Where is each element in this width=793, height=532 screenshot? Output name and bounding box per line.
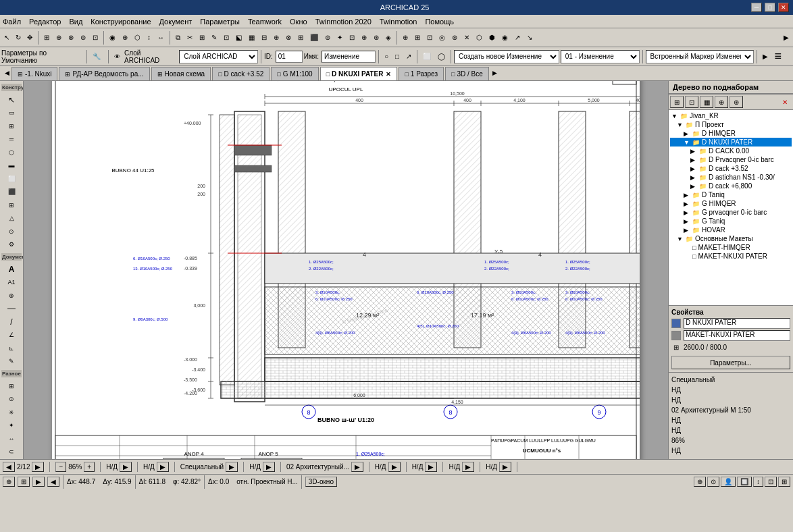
tree-toggle-gprvacqner[interactable]: ▶ [684,209,692,216]
lt-curtain-tool[interactable]: ✦ [2,420,21,432]
tab-nav-right[interactable]: ▶ [490,66,499,80]
sb-nd6-btn[interactable]: ▶ [462,462,474,472]
tree-toggle-proekt[interactable]: ▼ [677,122,685,128]
tool-btn-15[interactable]: ⊡ [221,30,232,45]
lt-railing-tool[interactable]: ⊂ [2,446,21,458]
shape-btn-box[interactable]: □ [392,49,402,64]
tree-toggle-ghimqer[interactable]: ▶ [684,201,692,207]
tool-btn-14[interactable]: ✎ [209,30,220,45]
tool-btn-19[interactable]: ⊕ [271,30,282,45]
params-icon-btn[interactable]: 🔧 [90,49,106,64]
sb-zoom-in[interactable]: + [84,462,95,472]
move-tool[interactable]: ✥ [24,30,35,45]
bt-tool-3[interactable]: ▶ [32,477,45,487]
tree-item-dcack352[interactable]: ▶ 📁 D cack +3.52 [670,164,792,173]
tool-btn-20[interactable]: ⊗ [283,30,294,45]
bt-rt-5[interactable]: ↕ [753,477,763,487]
bt-rt-4[interactable]: 🔲 [737,477,752,487]
tree-item-ghimqer[interactable]: ▶ 📁 G HIMQER [670,199,792,208]
lt-slab-tool[interactable]: ⊞ [2,199,21,211]
bt-tool-4[interactable]: ◀ [47,477,59,487]
tool-btn-25[interactable]: ⊡ [347,30,357,45]
menu-view[interactable]: Вид [69,18,82,26]
layer-dropdown[interactable]: Слой ARCHICAD [179,50,258,63]
marker-settings-btn[interactable]: ▶ [760,49,771,64]
tree-toggle-dprvacqner[interactable]: ▶ [690,157,698,163]
tree-item-dtaniq[interactable]: ▶ 📁 D Taniq [670,190,792,199]
bt-3d-btn[interactable]: 3D-окно [305,477,337,487]
lt-figure-tool[interactable]: ✎ [2,356,21,368]
sb-next-btn[interactable]: ▶ [32,462,44,472]
menu-file[interactable]: Файл [3,18,21,26]
tool-btn-3[interactable]: ⊗ [66,30,76,45]
tool-btn-7[interactable]: ⊕ [120,30,130,45]
layer-icon-btn[interactable]: 👁 [111,49,123,64]
tool-btn-12[interactable]: ✂ [184,30,195,45]
tree-item-dcack6800[interactable]: ▶ 📁 D cack +6,800 [670,182,792,190]
rp-btn-2[interactable]: ⊡ [685,96,698,108]
bt-tool-1[interactable]: ⊕ [3,477,15,487]
sb-nd2-btn[interactable]: ▶ [157,462,169,472]
tab-nkuxi[interactable]: ⊞ -1. Nkuxi [11,67,57,80]
rp-btn-1[interactable]: ⊞ [670,96,684,108]
bt-rt-7[interactable]: ⊞ [778,477,790,487]
lt-cursor-tool[interactable]: ↖ [2,94,21,106]
tree-toggle-dcack352[interactable]: ▶ [690,165,698,172]
lt-shell-tool[interactable]: ⊙ [2,225,21,238]
lt-polyline-tool[interactable]: / [2,316,21,328]
tool-btn-11[interactable]: ⧉ [173,30,183,45]
menu-design[interactable]: Конструирование [91,18,151,26]
lt-lamp-tool[interactable]: ⬛ [2,186,21,198]
tree-toggle-dcack6800[interactable]: ▶ [690,183,698,190]
lt-line-tool[interactable]: — [2,303,21,315]
tree-item-dprvacqner[interactable]: ▶ 📁 D Prvacqner 0-ic barc [670,155,792,164]
rect-btn[interactable]: ⬜ [420,49,434,64]
menu-edit[interactable]: Редактор [29,18,61,26]
snap-btn-1[interactable]: ⊕ [400,30,411,45]
sb-nd5-btn[interactable]: ▶ [425,462,437,472]
tool-btn-2[interactable]: ⊕ [53,30,64,45]
tree-item-hovar[interactable]: ▶ 📁 HOVAR [670,225,792,234]
bt-tool-2[interactable]: ⊞ [18,477,30,487]
right-tool-btn[interactable]: ▶ [781,30,792,45]
tree-toggle-dnkuxi[interactable]: ▼ [684,139,692,146]
tree-toggle-osnovnie[interactable]: ▼ [677,236,685,242]
snap-btn-10[interactable]: ↗ [512,30,523,45]
snap-btn-2[interactable]: ⊞ [412,30,423,45]
snap-btn-7[interactable]: ⬡ [474,30,485,45]
tree-item-jivan[interactable]: ▼ 📁 Jivan_KR [670,111,792,120]
bt-rt-6[interactable]: ⊡ [765,477,777,487]
tool-btn-18[interactable]: ⊟ [259,30,270,45]
tool-btn-8[interactable]: ⬡ [132,30,143,45]
tool-btn-26[interactable]: ⊕ [359,30,369,45]
tab-gm[interactable]: □ G M1:100 [271,67,318,80]
rp-btn-4[interactable]: ⊕ [715,96,728,108]
tab-dnkuxi[interactable]: □ D NKUXI PATER ✕ [320,67,398,80]
snap-btn-11[interactable]: ↘ [524,30,535,45]
tool-btn-23[interactable]: ⊜ [322,30,333,45]
sb-prev-btn[interactable]: ◀ [3,462,15,472]
sb-zoom-out[interactable]: − [55,462,66,472]
id-input[interactable] [276,51,303,63]
bt-rt-2[interactable]: ⊙ [707,477,719,487]
sb-nd1-btn[interactable]: ▶ [120,462,132,472]
name-input[interactable] [322,51,376,63]
tab-nav-left[interactable]: ◀ [3,66,11,80]
menu-teamwork[interactable]: Teamwork [248,18,282,26]
lt-arc-tool[interactable]: ∠ [2,329,21,342]
menu-document[interactable]: Документ [159,18,193,26]
lt-label-tool[interactable]: A1 [2,277,21,289]
lt-fill-tool[interactable]: ⊾ [2,342,21,354]
tab-close-dnkuxi[interactable]: ✕ [386,71,391,78]
tab-vedomost[interactable]: ⊞ РД-АР Ведомость ра... [59,67,149,80]
rp-btn-5[interactable]: ⊛ [730,96,743,108]
canvas-wrapper[interactable]: 16 PАПUPGPACUM LUULLPP LULUUPG GULGMU UC… [24,81,668,459]
tree-item-maket-nkuxi[interactable]: ▶ □ MAKET-NKUXI PATER [670,252,792,261]
marker-dropdown[interactable]: Встроенный Маркер Изменения [646,50,754,63]
lt-zone-tool[interactable]: ✳ [2,406,21,419]
lt-beam-tool[interactable]: ═ [2,134,21,146]
snap-btn-3[interactable]: ⊡ [424,30,435,45]
snap-btn-9[interactable]: ◉ [499,30,511,45]
lt-stair-tool[interactable]: ↔ [2,433,21,445]
shape-btn-circle[interactable]: ○ [382,49,391,64]
